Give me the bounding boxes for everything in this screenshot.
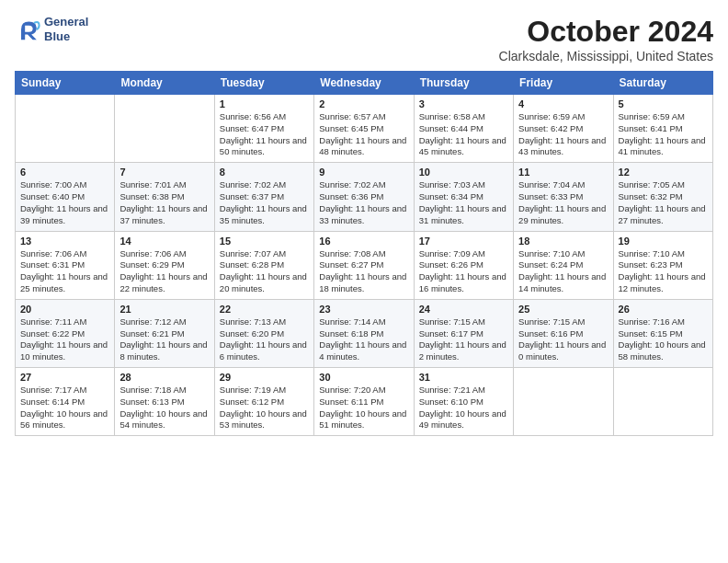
day-number: 8	[220, 167, 309, 178]
day-info: Sunrise: 7:03 AM Sunset: 6:34 PM Dayligh…	[419, 179, 508, 226]
day-info: Sunrise: 7:07 AM Sunset: 6:28 PM Dayligh…	[220, 248, 309, 295]
calendar-header-row: SundayMondayTuesdayWednesdayThursdayFrid…	[16, 72, 713, 95]
calendar-cell: 26Sunrise: 7:16 AM Sunset: 6:15 PM Dayli…	[613, 299, 712, 367]
day-info: Sunrise: 7:19 AM Sunset: 6:12 PM Dayligh…	[220, 385, 309, 431]
calendar-cell	[115, 95, 214, 163]
day-number: 13	[20, 236, 109, 247]
day-info: Sunrise: 7:06 AM Sunset: 6:29 PM Dayligh…	[119, 248, 209, 295]
calendar-week-row: 6Sunrise: 7:00 AM Sunset: 6:40 PM Daylig…	[16, 163, 713, 231]
calendar-cell: 20Sunrise: 7:11 AM Sunset: 6:22 PM Dayli…	[16, 299, 115, 367]
day-info: Sunrise: 7:21 AM Sunset: 6:10 PM Dayligh…	[419, 385, 508, 431]
day-number: 7	[119, 167, 209, 178]
day-number: 24	[419, 304, 508, 315]
day-info: Sunrise: 6:57 AM Sunset: 6:45 PM Dayligh…	[319, 111, 408, 158]
day-info: Sunrise: 7:09 AM Sunset: 6:26 PM Dayligh…	[419, 248, 508, 295]
calendar-cell: 29Sunrise: 7:19 AM Sunset: 6:12 PM Dayli…	[214, 368, 313, 436]
day-number: 27	[20, 372, 109, 383]
day-of-week-header: Wednesday	[314, 72, 414, 95]
day-info: Sunrise: 7:18 AM Sunset: 6:13 PM Dayligh…	[119, 385, 209, 431]
day-info: Sunrise: 7:06 AM Sunset: 6:31 PM Dayligh…	[20, 248, 109, 295]
calendar-cell: 11Sunrise: 7:04 AM Sunset: 6:33 PM Dayli…	[514, 163, 613, 231]
day-number: 17	[419, 236, 508, 247]
calendar-cell: 15Sunrise: 7:07 AM Sunset: 6:28 PM Dayli…	[214, 231, 313, 299]
day-number: 26	[619, 304, 708, 315]
day-number: 1	[220, 98, 309, 109]
calendar-cell: 4Sunrise: 6:59 AM Sunset: 6:42 PM Daylig…	[514, 95, 613, 163]
day-number: 21	[119, 304, 209, 315]
day-number: 3	[419, 98, 508, 109]
day-info: Sunrise: 7:17 AM Sunset: 6:14 PM Dayligh…	[20, 385, 109, 431]
day-number: 20	[20, 304, 109, 315]
day-of-week-header: Monday	[115, 72, 214, 95]
day-info: Sunrise: 7:10 AM Sunset: 6:23 PM Dayligh…	[619, 248, 708, 295]
day-number: 16	[319, 236, 408, 247]
calendar-cell: 10Sunrise: 7:03 AM Sunset: 6:34 PM Dayli…	[414, 163, 513, 231]
calendar-cell: 16Sunrise: 7:08 AM Sunset: 6:27 PM Dayli…	[314, 231, 414, 299]
day-number: 22	[220, 304, 309, 315]
day-number: 5	[619, 98, 708, 109]
calendar-cell: 7Sunrise: 7:01 AM Sunset: 6:38 PM Daylig…	[115, 163, 214, 231]
day-number: 11	[518, 167, 608, 178]
calendar-table: SundayMondayTuesdayWednesdayThursdayFrid…	[15, 71, 713, 436]
calendar-cell: 12Sunrise: 7:05 AM Sunset: 6:32 PM Dayli…	[613, 163, 712, 231]
day-info: Sunrise: 6:59 AM Sunset: 6:41 PM Dayligh…	[619, 111, 708, 158]
calendar-cell: 2Sunrise: 6:57 AM Sunset: 6:45 PM Daylig…	[314, 95, 414, 163]
calendar-cell: 8Sunrise: 7:02 AM Sunset: 6:37 PM Daylig…	[214, 163, 313, 231]
day-info: Sunrise: 7:00 AM Sunset: 6:40 PM Dayligh…	[20, 179, 109, 226]
calendar-cell: 1Sunrise: 6:56 AM Sunset: 6:47 PM Daylig…	[214, 95, 313, 163]
day-info: Sunrise: 7:15 AM Sunset: 6:16 PM Dayligh…	[518, 316, 608, 363]
day-number: 15	[220, 236, 309, 247]
day-number: 23	[319, 304, 408, 315]
day-number: 14	[119, 236, 209, 247]
calendar-cell: 17Sunrise: 7:09 AM Sunset: 6:26 PM Dayli…	[414, 231, 513, 299]
calendar-cell: 24Sunrise: 7:15 AM Sunset: 6:17 PM Dayli…	[414, 299, 513, 367]
month-title: October 2024	[499, 15, 713, 49]
calendar-cell: 13Sunrise: 7:06 AM Sunset: 6:31 PM Dayli…	[16, 231, 115, 299]
day-info: Sunrise: 7:10 AM Sunset: 6:24 PM Dayligh…	[518, 248, 608, 295]
calendar-cell: 3Sunrise: 6:58 AM Sunset: 6:44 PM Daylig…	[414, 95, 513, 163]
calendar-cell: 6Sunrise: 7:00 AM Sunset: 6:40 PM Daylig…	[16, 163, 115, 231]
calendar-cell: 28Sunrise: 7:18 AM Sunset: 6:13 PM Dayli…	[115, 368, 214, 436]
day-number: 31	[419, 372, 508, 383]
day-info: Sunrise: 7:11 AM Sunset: 6:22 PM Dayligh…	[20, 316, 109, 363]
calendar-cell: 21Sunrise: 7:12 AM Sunset: 6:21 PM Dayli…	[115, 299, 214, 367]
calendar-cell: 14Sunrise: 7:06 AM Sunset: 6:29 PM Dayli…	[115, 231, 214, 299]
calendar-week-row: 1Sunrise: 6:56 AM Sunset: 6:47 PM Daylig…	[16, 95, 713, 163]
calendar-cell: 25Sunrise: 7:15 AM Sunset: 6:16 PM Dayli…	[514, 299, 613, 367]
calendar-week-row: 20Sunrise: 7:11 AM Sunset: 6:22 PM Dayli…	[16, 299, 713, 367]
location: Clarksdale, Mississippi, United States	[499, 49, 713, 63]
day-number: 30	[319, 372, 408, 383]
day-of-week-header: Saturday	[613, 72, 712, 95]
day-info: Sunrise: 7:13 AM Sunset: 6:20 PM Dayligh…	[220, 316, 309, 363]
day-number: 28	[119, 372, 209, 383]
calendar-cell: 5Sunrise: 6:59 AM Sunset: 6:41 PM Daylig…	[613, 95, 712, 163]
day-number: 18	[518, 236, 608, 247]
day-number: 25	[518, 304, 608, 315]
day-info: Sunrise: 7:08 AM Sunset: 6:27 PM Dayligh…	[319, 248, 408, 295]
day-of-week-header: Tuesday	[214, 72, 313, 95]
day-info: Sunrise: 7:01 AM Sunset: 6:38 PM Dayligh…	[119, 179, 209, 226]
day-of-week-header: Thursday	[414, 72, 513, 95]
logo: General Blue	[15, 15, 88, 43]
day-info: Sunrise: 7:14 AM Sunset: 6:18 PM Dayligh…	[319, 316, 408, 363]
day-of-week-header: Friday	[514, 72, 613, 95]
calendar-cell: 30Sunrise: 7:20 AM Sunset: 6:11 PM Dayli…	[314, 368, 414, 436]
calendar-cell: 22Sunrise: 7:13 AM Sunset: 6:20 PM Dayli…	[214, 299, 313, 367]
page-header: General Blue October 2024 Clarksdale, Mi…	[15, 15, 713, 63]
day-of-week-header: Sunday	[16, 72, 115, 95]
day-info: Sunrise: 7:02 AM Sunset: 6:36 PM Dayligh…	[319, 179, 408, 226]
logo-text: General Blue	[44, 15, 88, 43]
calendar-week-row: 13Sunrise: 7:06 AM Sunset: 6:31 PM Dayli…	[16, 231, 713, 299]
calendar-cell: 9Sunrise: 7:02 AM Sunset: 6:36 PM Daylig…	[314, 163, 414, 231]
day-number: 19	[619, 236, 708, 247]
day-number: 2	[319, 98, 408, 109]
day-number: 29	[220, 372, 309, 383]
day-info: Sunrise: 7:12 AM Sunset: 6:21 PM Dayligh…	[119, 316, 209, 363]
day-info: Sunrise: 7:02 AM Sunset: 6:37 PM Dayligh…	[220, 179, 309, 226]
calendar-cell: 31Sunrise: 7:21 AM Sunset: 6:10 PM Dayli…	[414, 368, 513, 436]
calendar-week-row: 27Sunrise: 7:17 AM Sunset: 6:14 PM Dayli…	[16, 368, 713, 436]
calendar-cell	[613, 368, 712, 436]
day-number: 6	[20, 167, 109, 178]
day-info: Sunrise: 7:15 AM Sunset: 6:17 PM Dayligh…	[419, 316, 508, 363]
day-info: Sunrise: 7:05 AM Sunset: 6:32 PM Dayligh…	[619, 179, 708, 226]
